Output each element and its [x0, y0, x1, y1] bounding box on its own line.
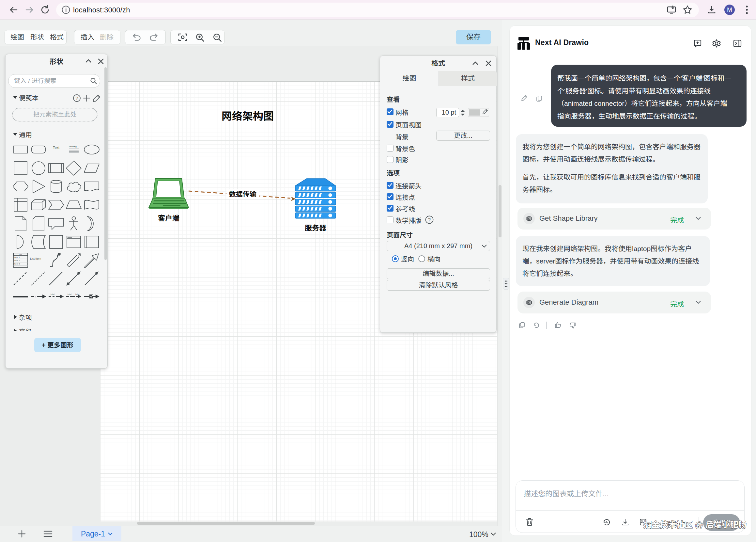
- svg-text:?: ?: [428, 217, 431, 222]
- svg-text:Item 2: Item 2: [14, 259, 20, 261]
- svg-text:Heading: Heading: [69, 146, 77, 147]
- svg-text:Label: Label: [51, 293, 54, 295]
- svg-text:Label: Label: [68, 293, 71, 295]
- svg-text:Item 1: Item 1: [14, 256, 20, 258]
- svg-text:?: ?: [76, 96, 78, 101]
- svg-text:l: l: [35, 296, 36, 298]
- svg-text:Item 3: Item 3: [14, 263, 20, 265]
- svg-text:Label: Label: [75, 293, 79, 295]
- svg-text:List: List: [19, 254, 22, 255]
